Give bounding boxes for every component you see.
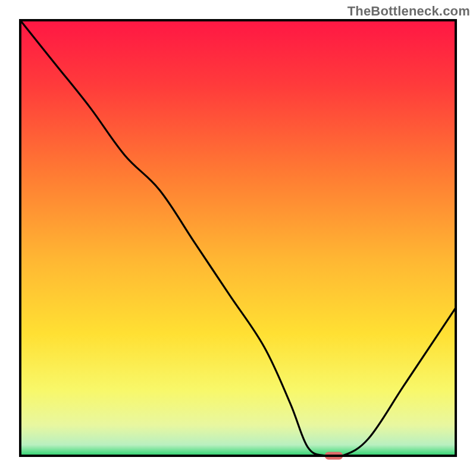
bottleneck-chart xyxy=(0,0,476,476)
chart-stage: TheBottleneck.com xyxy=(0,0,476,476)
watermark-text: TheBottleneck.com xyxy=(347,4,470,19)
plot-background xyxy=(20,20,456,456)
